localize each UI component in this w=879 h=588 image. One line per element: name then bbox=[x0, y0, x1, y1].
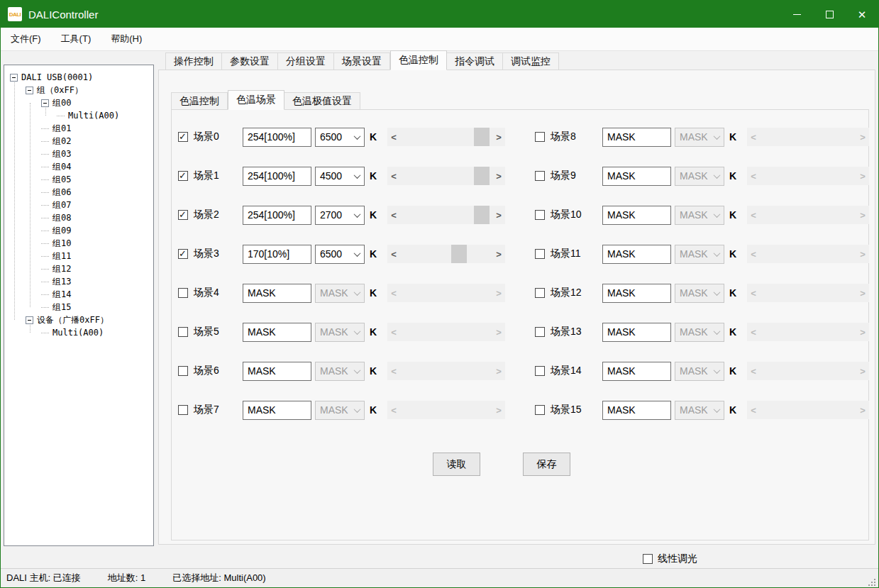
scene-level-input[interactable] bbox=[602, 323, 671, 342]
tab-parameter-settings[interactable]: 参数设置 bbox=[222, 52, 278, 70]
scene-checkbox[interactable] bbox=[178, 405, 188, 415]
scene-level-input[interactable] bbox=[243, 323, 311, 342]
tree-node-label[interactable]: 组05 bbox=[52, 174, 71, 186]
scroll-thumb[interactable] bbox=[474, 128, 490, 146]
scene-temp-select[interactable]: 4500 bbox=[315, 167, 365, 186]
tree-node-label[interactable]: 组06 bbox=[52, 187, 71, 199]
scene-checkbox[interactable] bbox=[535, 171, 545, 181]
scene-scrollbar[interactable]: <> bbox=[387, 206, 505, 224]
tree-node-label[interactable]: 组00 bbox=[52, 97, 71, 109]
tab-debug-monitor[interactable]: 调试监控 bbox=[503, 52, 559, 70]
tree-node-label[interactable]: DALI USB(0001) bbox=[21, 72, 93, 82]
subtab-color-temp-limits[interactable]: 色温极值设置 bbox=[284, 92, 360, 110]
scene-checkbox[interactable] bbox=[535, 327, 545, 337]
scene-level-input[interactable] bbox=[602, 206, 671, 225]
linear-dimming-checkbox[interactable] bbox=[643, 554, 653, 564]
scene-temp-select[interactable]: 6500 bbox=[315, 245, 365, 264]
subtab-color-temp-control[interactable]: 色温控制 bbox=[171, 92, 228, 110]
read-button[interactable]: 读取 bbox=[433, 453, 480, 476]
tree-node-label[interactable]: 组13 bbox=[52, 276, 71, 288]
scene-level-input[interactable] bbox=[602, 284, 671, 303]
tree-node-label[interactable]: Multi(A00) bbox=[68, 111, 119, 121]
scene-checkbox[interactable] bbox=[178, 210, 188, 220]
scroll-right-arrow-icon[interactable]: > bbox=[492, 206, 505, 224]
scene-scrollbar[interactable]: <> bbox=[387, 128, 505, 146]
tree-node-label[interactable]: 组01 bbox=[52, 123, 71, 135]
resize-grip-icon[interactable] bbox=[868, 579, 870, 580]
scene-level-input[interactable] bbox=[243, 362, 311, 381]
tree-node-label[interactable]: 组09 bbox=[52, 225, 71, 237]
scene-checkbox[interactable] bbox=[535, 210, 545, 220]
scene-level-input[interactable] bbox=[243, 284, 311, 303]
scene-level-input[interactable] bbox=[602, 167, 671, 186]
save-button[interactable]: 保存 bbox=[523, 453, 570, 476]
scroll-thumb[interactable] bbox=[474, 167, 490, 185]
tree-node: 组04 bbox=[4, 160, 153, 173]
scene-checkbox[interactable] bbox=[535, 288, 545, 298]
tree-node-label[interactable]: 组（0xFF） bbox=[37, 84, 83, 96]
tab-operation-control[interactable]: 操作控制 bbox=[165, 52, 222, 70]
scene-checkbox[interactable] bbox=[178, 249, 188, 259]
tree-node-label[interactable]: 组07 bbox=[52, 199, 71, 211]
scroll-right-arrow-icon[interactable]: > bbox=[492, 128, 505, 146]
tree-node-label[interactable]: 设备（广播0xFF） bbox=[37, 314, 109, 326]
scene-checkbox[interactable] bbox=[178, 171, 188, 181]
scene-checkbox[interactable] bbox=[178, 288, 188, 298]
scroll-right-arrow-icon[interactable]: > bbox=[492, 245, 505, 263]
scene-checkbox[interactable] bbox=[178, 132, 188, 142]
tree-node-label[interactable]: 组04 bbox=[52, 161, 71, 173]
menu-tools[interactable]: 工具(T) bbox=[51, 28, 101, 50]
menu-file[interactable]: 文件(F) bbox=[1, 28, 51, 50]
scene-level-input[interactable] bbox=[602, 362, 671, 381]
scene-checkbox[interactable] bbox=[535, 132, 545, 142]
scene-row: 场景8MASKK<> bbox=[535, 126, 869, 148]
scroll-right-arrow-icon[interactable]: > bbox=[492, 167, 505, 185]
tab-grouping-settings[interactable]: 分组设置 bbox=[278, 52, 334, 70]
scene-level-input[interactable] bbox=[243, 245, 311, 264]
tree-node-label[interactable]: 组02 bbox=[52, 135, 71, 148]
tree-node-label[interactable]: 组15 bbox=[52, 301, 71, 314]
tree-node-label[interactable]: 组08 bbox=[52, 212, 71, 224]
scroll-thumb[interactable] bbox=[451, 245, 467, 263]
maximize-button[interactable] bbox=[813, 1, 846, 28]
scene-checkbox[interactable] bbox=[535, 405, 545, 415]
subtab-color-temp-scene[interactable]: 色温场景 bbox=[228, 90, 284, 110]
linear-dimming-option[interactable]: 线性调光 bbox=[643, 553, 697, 565]
minimize-button[interactable] bbox=[780, 1, 813, 28]
tree-expand-toggle[interactable] bbox=[26, 87, 33, 94]
scene-level-input[interactable] bbox=[243, 401, 311, 420]
tree-expand-toggle[interactable] bbox=[10, 74, 18, 82]
tree-node-label[interactable]: 组12 bbox=[52, 263, 71, 275]
menu-help[interactable]: 帮助(H) bbox=[101, 28, 152, 50]
scroll-left-arrow-icon[interactable]: < bbox=[387, 245, 400, 263]
scroll-left-arrow-icon[interactable]: < bbox=[387, 206, 400, 224]
scene-scrollbar[interactable]: <> bbox=[387, 245, 505, 263]
scene-level-input[interactable] bbox=[243, 128, 311, 147]
tab-color-temp-control[interactable]: 色温控制 bbox=[390, 50, 447, 70]
tree-expand-toggle[interactable] bbox=[41, 99, 49, 107]
scene-scrollbar[interactable]: <> bbox=[387, 167, 505, 185]
scene-temp-select[interactable]: 6500 bbox=[315, 128, 365, 147]
scene-level-input[interactable] bbox=[243, 206, 311, 225]
tab-command-debug[interactable]: 指令调试 bbox=[447, 52, 503, 70]
scene-checkbox[interactable] bbox=[535, 366, 545, 376]
scene-level-input[interactable] bbox=[602, 128, 671, 147]
scene-checkbox[interactable] bbox=[535, 249, 545, 259]
scene-level-input[interactable] bbox=[243, 167, 311, 186]
tab-scene-settings[interactable]: 场景设置 bbox=[334, 52, 390, 70]
scene-checkbox[interactable] bbox=[178, 327, 188, 337]
scroll-thumb[interactable] bbox=[474, 206, 490, 224]
scene-temp-select[interactable]: 2700 bbox=[315, 206, 365, 225]
tree-node-label[interactable]: 组11 bbox=[52, 250, 71, 262]
tree-node-label[interactable]: Multi(A00) bbox=[52, 328, 104, 338]
tree-node-label[interactable]: 组14 bbox=[52, 289, 71, 301]
scene-level-input[interactable] bbox=[602, 401, 671, 420]
close-button[interactable]: ✕ bbox=[846, 1, 878, 28]
tree-expand-toggle[interactable] bbox=[26, 316, 33, 324]
scroll-left-arrow-icon[interactable]: < bbox=[387, 167, 400, 185]
scene-level-input[interactable] bbox=[602, 245, 671, 264]
scroll-left-arrow-icon[interactable]: < bbox=[387, 128, 400, 146]
tree-node-label[interactable]: 组03 bbox=[52, 148, 71, 160]
tree-node-label[interactable]: 组10 bbox=[52, 238, 71, 250]
scene-checkbox[interactable] bbox=[178, 366, 188, 376]
